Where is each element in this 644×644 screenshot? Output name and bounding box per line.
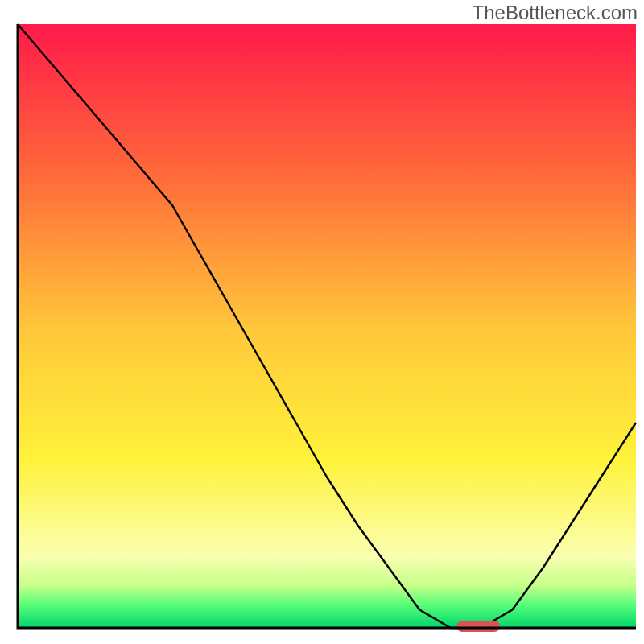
- gradient-background: [18, 24, 636, 628]
- bottleneck-chart: [0, 0, 644, 644]
- chart-container: TheBottleneck.com: [0, 0, 644, 644]
- watermark-text: TheBottleneck.com: [473, 2, 638, 24]
- optimal-range-marker: [456, 621, 500, 632]
